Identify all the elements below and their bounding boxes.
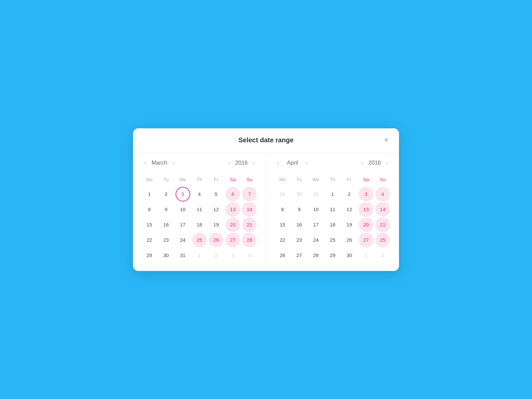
left-calendar: ‹ March › ‹ 2016 › Mo Tu We Th Fr Sa <box>133 152 266 271</box>
right-prev-year-button[interactable]: ‹ <box>359 159 365 167</box>
table-row[interactable]: 14 <box>242 202 257 217</box>
table-row[interactable]: 17 <box>309 217 323 232</box>
table-row[interactable]: 25 <box>325 233 340 247</box>
table-row[interactable]: 5 <box>209 187 223 201</box>
header-su: Su <box>374 175 391 184</box>
table-row[interactable]: 1 <box>192 248 207 263</box>
table-row[interactable]: 19 <box>342 217 356 232</box>
table-row[interactable]: 17 <box>176 217 190 232</box>
left-month-nav: ‹ March › <box>142 159 177 167</box>
table-row[interactable]: 29 <box>275 187 290 201</box>
table-row[interactable]: 3 <box>176 187 190 201</box>
table-row[interactable]: 1 <box>325 187 340 201</box>
table-row[interactable]: 26 <box>275 248 290 263</box>
table-row[interactable]: 12 <box>209 202 223 217</box>
table-row[interactable]: 18 <box>192 217 207 232</box>
table-row[interactable]: 13 <box>359 202 373 217</box>
table-row[interactable]: 20 <box>225 217 240 232</box>
table-row[interactable]: 11 <box>192 202 207 217</box>
table-row[interactable]: 7 <box>242 187 257 201</box>
header-th: Th <box>191 175 208 184</box>
header-tu: Tu <box>291 175 308 184</box>
table-row[interactable]: 1 <box>359 248 373 263</box>
table-row[interactable]: 21 <box>242 217 257 232</box>
table-row[interactable]: 3 <box>359 187 373 201</box>
right-day-headers: Mo Tu We Th Fr Sa Su <box>274 175 391 184</box>
table-row[interactable]: 27 <box>359 233 373 247</box>
table-row[interactable]: 25 <box>192 233 207 247</box>
table-row[interactable]: 11 <box>325 202 340 217</box>
table-row[interactable]: 29 <box>325 248 340 263</box>
table-row[interactable]: 3 <box>225 248 240 263</box>
table-row[interactable]: 30 <box>159 248 173 263</box>
table-row[interactable]: 18 <box>325 217 340 232</box>
left-year-label: 2016 <box>235 160 248 166</box>
table-row[interactable]: 1 <box>142 187 157 201</box>
calendars-container: ‹ March › ‹ 2016 › Mo Tu We Th Fr Sa <box>133 152 399 271</box>
table-row[interactable]: 27 <box>225 233 240 247</box>
header-sa: Sa <box>358 175 374 184</box>
right-next-year-button[interactable]: › <box>384 159 390 167</box>
left-next-year-button[interactable]: › <box>251 159 256 167</box>
table-row[interactable]: 15 <box>275 217 290 232</box>
table-row[interactable]: 30 <box>342 248 356 263</box>
table-row[interactable]: 2 <box>342 187 356 201</box>
header-su: Su <box>241 175 258 184</box>
table-row[interactable]: 9 <box>159 202 173 217</box>
right-prev-month-button[interactable]: ‹ <box>276 159 281 167</box>
header-fr: Fr <box>341 175 357 184</box>
table-row[interactable]: 10 <box>176 202 190 217</box>
table-row[interactable]: 21 <box>375 217 390 232</box>
table-row[interactable]: 8 <box>275 202 290 217</box>
table-row[interactable]: 2 <box>159 187 173 201</box>
right-month-label: April <box>284 160 301 166</box>
table-row[interactable]: 4 <box>242 248 257 263</box>
left-calendar-nav: ‹ March › ‹ 2016 › <box>141 159 258 167</box>
table-row[interactable]: 10 <box>309 202 323 217</box>
left-next-month-button[interactable]: › <box>171 159 176 167</box>
table-row[interactable]: 4 <box>375 187 390 201</box>
table-row[interactable]: 24 <box>176 233 190 247</box>
table-row[interactable]: 13 <box>225 202 240 217</box>
left-prev-month-button[interactable]: ‹ <box>142 159 148 167</box>
right-next-month-button[interactable]: › <box>304 159 310 167</box>
table-row[interactable]: 26 <box>209 233 223 247</box>
table-row[interactable]: 22 <box>275 233 290 247</box>
table-row[interactable]: 8 <box>142 202 157 217</box>
table-row[interactable]: 16 <box>292 217 307 232</box>
table-row[interactable]: 20 <box>359 217 373 232</box>
table-row[interactable]: 9 <box>292 202 307 217</box>
header-we: We <box>174 175 191 184</box>
table-row[interactable]: 29 <box>142 248 157 263</box>
table-row[interactable]: 12 <box>342 202 356 217</box>
right-calendar-nav: ‹ April › ‹ 2016 › <box>274 159 391 167</box>
dialog-title: Select date range <box>238 136 294 144</box>
table-row[interactable]: 25 <box>375 233 390 247</box>
right-days-grid: 29 30 31 1 2 3 4 8 9 10 11 12 13 14 15 <box>274 187 391 263</box>
right-calendar-grid: Mo Tu We Th Fr Sa Su 29 30 31 1 2 3 4 <box>274 175 391 263</box>
table-row[interactable]: 16 <box>159 217 173 232</box>
table-row[interactable]: 26 <box>342 233 356 247</box>
table-row[interactable]: 15 <box>142 217 157 232</box>
table-row[interactable]: 22 <box>142 233 157 247</box>
table-row[interactable]: 4 <box>192 187 207 201</box>
table-row[interactable]: 28 <box>309 248 323 263</box>
table-row[interactable]: 14 <box>375 202 390 217</box>
table-row[interactable]: 23 <box>159 233 173 247</box>
header-we: We <box>308 175 324 184</box>
left-days-grid: 1 2 3 4 5 6 7 8 9 10 11 12 13 14 15 <box>141 187 258 263</box>
table-row[interactable]: 19 <box>209 217 223 232</box>
table-row[interactable]: 2 <box>375 248 390 263</box>
right-year-nav: ‹ 2016 › <box>359 159 390 167</box>
table-row[interactable]: 31 <box>176 248 190 263</box>
table-row[interactable]: 30 <box>292 187 307 201</box>
table-row[interactable]: 24 <box>309 233 323 247</box>
table-row[interactable]: 31 <box>309 187 323 201</box>
table-row[interactable]: 27 <box>292 248 307 263</box>
table-row[interactable]: 2 <box>209 248 223 263</box>
left-prev-year-button[interactable]: ‹ <box>226 159 232 167</box>
table-row[interactable]: 23 <box>292 233 307 247</box>
table-row[interactable]: 28 <box>242 233 257 247</box>
table-row[interactable]: 6 <box>225 187 240 201</box>
close-button[interactable]: × <box>383 135 390 145</box>
